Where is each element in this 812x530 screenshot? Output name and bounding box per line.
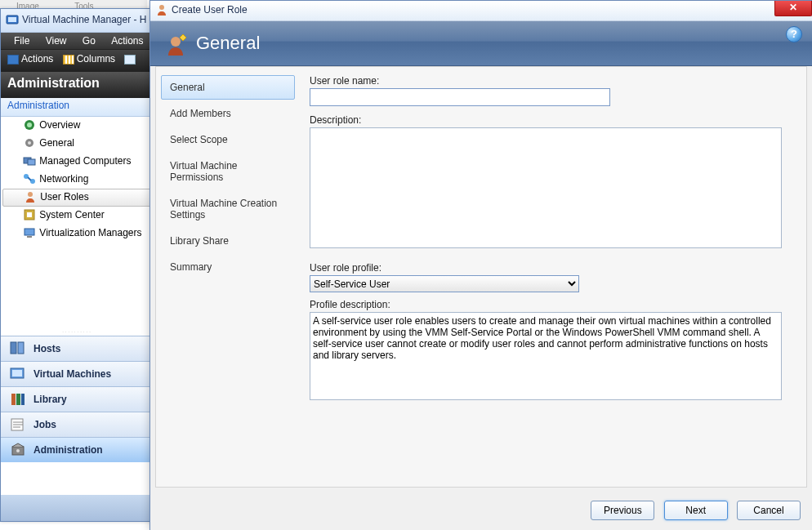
dialog-header-title: General	[196, 33, 260, 54]
svg-marker-31	[180, 34, 186, 41]
user-role-profile-label: User role profile:	[310, 262, 793, 274]
tree-item-managed-computers[interactable]: Managed Computers	[1, 153, 154, 171]
profile-description-label: Profile description:	[310, 299, 793, 310]
nav-sections: Hosts Virtual Machines Library Jobs Admi…	[1, 336, 154, 462]
user-role-name-input[interactable]	[310, 88, 610, 106]
svg-rect-15	[27, 236, 32, 238]
network-icon	[23, 172, 36, 185]
tree-item-user-roles[interactable]: User Roles	[2, 189, 152, 207]
admin-header: Administration	[1, 72, 154, 98]
nav-administration[interactable]: Administration	[1, 437, 154, 462]
admin-sub[interactable]: Administration	[1, 98, 154, 117]
svg-rect-13	[27, 212, 32, 217]
system-center-icon	[23, 208, 36, 221]
vmm-titlebar[interactable]: Virtual Machine Manager - H	[1, 9, 154, 33]
dialog-title-text: Create User Role	[172, 4, 248, 16]
create-user-role-dialog: Create User Role ✕ General ? General Add…	[149, 0, 812, 530]
vmm-window: Virtual Machine Manager - H File View Go…	[0, 8, 154, 522]
nav-hosts[interactable]: Hosts	[1, 336, 154, 361]
user-role-name-label: User role name:	[310, 75, 793, 87]
tree-item-system-center[interactable]: System Center	[1, 207, 154, 225]
dialog-titlebar[interactable]: Create User Role ✕	[150, 1, 812, 21]
vmm-app-icon	[6, 13, 19, 26]
svg-point-28	[16, 449, 20, 452]
gear-icon	[23, 136, 36, 149]
svg-rect-7	[28, 159, 35, 165]
menu-go[interactable]: Go	[76, 33, 102, 47]
tree-item-overview[interactable]: Overview	[1, 117, 154, 135]
splitter[interactable]: ··········	[1, 329, 154, 336]
help-button[interactable]: ?	[786, 26, 802, 42]
actions-icon	[7, 55, 19, 65]
menu-file[interactable]: File	[7, 33, 36, 47]
toolbar-columns[interactable]: Columns	[60, 51, 118, 66]
svg-rect-19	[12, 370, 22, 376]
extra-icon	[124, 55, 136, 65]
svg-rect-20	[11, 394, 16, 405]
dialog-body: General Add Members Select Scope Virtual…	[155, 66, 807, 488]
description-label: Description:	[310, 114, 793, 126]
computers-icon	[23, 154, 36, 167]
nav-jobs[interactable]: Jobs	[1, 412, 154, 437]
step-vm-creation-settings[interactable]: Virtual Machine Creation Settings	[161, 191, 295, 227]
svg-point-11	[28, 192, 33, 197]
menu-view[interactable]: View	[39, 33, 74, 47]
user-role-profile-select[interactable]: Self-Service User	[310, 275, 579, 292]
vmm-toolbar: Actions Columns	[1, 50, 154, 72]
vmm-menubar: File View Go Actions	[1, 33, 154, 50]
svg-rect-21	[16, 394, 20, 405]
library-icon	[9, 391, 27, 408]
wizard-steps: General Add Members Select Scope Virtual…	[161, 75, 295, 479]
dialog-title-icon	[155, 3, 168, 16]
vm-icon	[9, 366, 27, 382]
vmm-footer	[1, 495, 154, 521]
cancel-button[interactable]: Cancel	[737, 501, 801, 520]
svg-rect-16	[11, 342, 16, 354]
admin-tree: Overview General Managed Computers Netwo…	[1, 117, 154, 329]
svg-point-3	[27, 122, 32, 127]
dialog-buttons: Previous Next Cancel	[584, 501, 801, 520]
administration-icon	[9, 442, 27, 458]
menu-actions[interactable]: Actions	[105, 33, 149, 47]
general-form: User role name: Description: User role p…	[310, 75, 793, 479]
dialog-header: General ?	[150, 21, 812, 66]
nav-virtual-machines[interactable]: Virtual Machines	[1, 361, 154, 386]
close-button[interactable]: ✕	[774, 1, 812, 16]
nav-library[interactable]: Library	[1, 386, 154, 412]
svg-line-10	[28, 177, 31, 180]
columns-icon	[63, 55, 74, 65]
hosts-icon	[9, 341, 27, 357]
tree-item-virtualization-managers[interactable]: Virtualization Managers	[1, 225, 154, 243]
user-roles-icon	[24, 190, 37, 203]
tree-item-networking[interactable]: Networking	[1, 171, 154, 189]
vmm-title-text: Virtual Machine Manager - H	[22, 14, 147, 25]
step-select-scope[interactable]: Select Scope	[161, 127, 295, 152]
svg-rect-17	[18, 342, 24, 354]
overview-icon	[23, 118, 36, 131]
svg-point-30	[171, 37, 181, 47]
toolbar-actions[interactable]: Actions	[4, 51, 56, 66]
svg-point-5	[28, 141, 31, 145]
svg-rect-22	[21, 394, 25, 405]
svg-rect-1	[8, 17, 16, 22]
wizard-header-icon	[165, 33, 190, 57]
step-library-share[interactable]: Library Share	[161, 229, 295, 253]
step-vm-permissions[interactable]: Virtual Machine Permissions	[161, 154, 295, 189]
description-textarea[interactable]	[310, 127, 782, 248]
svg-rect-14	[25, 229, 34, 235]
step-add-members[interactable]: Add Members	[161, 101, 295, 126]
toolbar-extra[interactable]	[121, 51, 141, 66]
tree-item-general[interactable]: General	[1, 135, 154, 153]
step-summary[interactable]: Summary	[161, 255, 295, 279]
jobs-icon	[9, 416, 27, 433]
svg-point-29	[159, 5, 164, 10]
next-button[interactable]: Next	[664, 501, 728, 520]
previous-button[interactable]: Previous	[591, 501, 654, 520]
virtualization-managers-icon	[23, 226, 36, 239]
step-general[interactable]: General	[161, 75, 295, 100]
profile-description-text: A self-service user role enables users t…	[310, 312, 782, 400]
